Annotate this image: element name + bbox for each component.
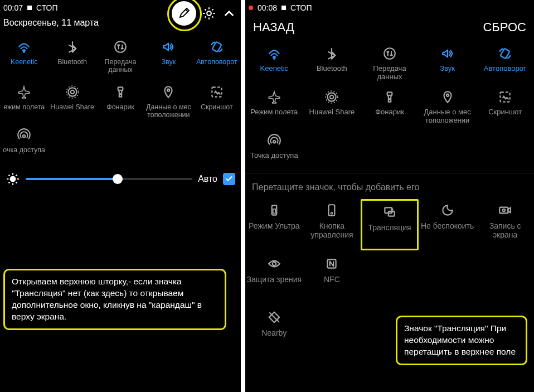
tile-rotate[interactable]: Автоповорот (476, 42, 534, 86)
tile-label: Автоповорот (196, 58, 237, 66)
available-tiles-row-1: Режим УльтраКнопка управленияТрансляцияН… (245, 197, 534, 250)
tile-label: Не беспокоить (421, 221, 474, 230)
tile-navbtn[interactable]: Кнопка управления (303, 199, 361, 250)
tile-ultra[interactable]: Режим Ультра (245, 199, 303, 250)
tile-label: Данные о мес тоположении (420, 108, 475, 125)
tile-cast[interactable]: Трансляция (361, 199, 419, 250)
airplane-icon (15, 84, 33, 100)
gear-icon[interactable] (202, 6, 216, 21)
location-icon (439, 89, 457, 105)
tile-share[interactable]: Huawei Share (48, 81, 96, 122)
tile-screenshot[interactable]: Скриншот (193, 81, 241, 122)
ultra-icon (265, 202, 283, 218)
nearby-icon (265, 309, 283, 325)
tile-label: Данные о мес тоположении (145, 103, 191, 119)
wifi-icon (15, 39, 33, 55)
tile-hotspot[interactable]: очка доступа (0, 124, 48, 164)
slider-thumb[interactable] (113, 174, 123, 184)
tile-label: Защита зрения (246, 275, 302, 284)
screenshot-icon (496, 89, 514, 105)
tile-torch[interactable]: Фонарик (361, 86, 419, 129)
tile-wifi[interactable]: Keenetic (245, 42, 303, 86)
tile-label: Скриншот (488, 108, 522, 117)
quick-settings-panel-left: 00:07 СТОП Воскресенье, 11 марта Keeneti… (0, 0, 241, 392)
dnd-icon (439, 202, 457, 218)
tile-location[interactable]: Данные о мес тоположении (419, 86, 477, 129)
status-bar: 00:08 СТОП (245, 0, 534, 16)
tile-label: Keenetic (11, 58, 38, 66)
navbtn-icon (323, 202, 341, 218)
quick-tiles-row-3: очка доступа (0, 124, 241, 164)
brightness-icon (6, 172, 20, 186)
tile-bluetooth[interactable]: Bluetooth (48, 36, 96, 76)
rotate-icon (208, 39, 226, 55)
tile-screenshot[interactable]: Скриншот (476, 86, 534, 129)
cast-icon (381, 204, 399, 220)
torch-icon (111, 84, 129, 100)
reset-button[interactable]: СБРОС (483, 20, 526, 35)
tile-label: NFC (324, 275, 340, 284)
stop-icon (27, 6, 32, 10)
nfc-icon (323, 256, 341, 272)
tile-label: Режим полета (250, 108, 298, 117)
tile-label: Фонарик (106, 103, 134, 111)
tile-bluetooth[interactable]: Bluetooth (303, 42, 361, 86)
tile-nfc[interactable]: NFC (303, 253, 361, 304)
available-tiles-row-2: Защита зренияNFC (245, 250, 534, 304)
data-icon (111, 39, 129, 55)
tile-rotate[interactable]: Автоповорот (193, 36, 241, 76)
tile-eye[interactable]: Защита зрения (245, 253, 303, 304)
brightness-slider[interactable] (26, 178, 192, 180)
tile-label: Точка доступа (250, 152, 298, 160)
tile-label: Кнопка управления (304, 221, 360, 239)
auto-brightness-checkbox[interactable] (223, 173, 235, 185)
tile-wifi[interactable]: Keenetic (0, 36, 48, 76)
tile-airplane[interactable]: Режим полета (245, 86, 303, 129)
tile-dnd[interactable]: Не беспокоить (419, 199, 477, 250)
tile-label: Режим Ультра (249, 221, 299, 230)
tile-location[interactable]: Данные о мес тоположении (144, 81, 192, 122)
active-tiles-row-2: Режим полетаHuawei ShareФонарикДанные о … (245, 86, 534, 129)
tile-airplane[interactable]: ежим полета (0, 81, 48, 122)
annotation-callout-left: Открываем верхнюю шторку,- если значка "… (3, 269, 226, 330)
share-icon (64, 84, 81, 100)
torch-icon (381, 89, 399, 105)
tile-share[interactable]: Huawei Share (303, 86, 361, 129)
wifi-icon (265, 46, 283, 61)
brightness-row: Авто (0, 164, 241, 194)
tile-label: Huawei Share (309, 108, 355, 117)
eye-icon (265, 256, 283, 272)
tile-record[interactable]: Запись с экрана (476, 199, 534, 250)
tile-sound[interactable]: Звук (419, 42, 477, 86)
tile-data[interactable]: Передача данных (361, 42, 419, 86)
editor-nav: НАЗАД СБРОС (245, 16, 534, 42)
tile-torch[interactable]: Фонарик (96, 81, 144, 122)
record-icon (496, 202, 514, 218)
sound-icon (159, 39, 177, 55)
active-tiles-row-1: KeeneticBluetoothПередача данныхЗвукАвто… (245, 42, 534, 86)
tile-nearby[interactable]: Nearby (245, 306, 303, 357)
back-button[interactable]: НАЗАД (253, 20, 294, 35)
airplane-icon (265, 89, 283, 105)
tile-label: Фонарик (375, 108, 404, 117)
active-tiles-row-3: Точка доступа (245, 129, 534, 173)
status-stop-label: СТОП (36, 3, 58, 12)
status-time: 00:08 (258, 3, 277, 12)
tile-label: ежим полета (3, 103, 45, 111)
bluetooth-icon (64, 39, 81, 55)
edit-tiles-button[interactable] (172, 1, 196, 26)
tile-label: Bluetooth (317, 65, 347, 73)
tile-data[interactable]: Передача данных (96, 36, 144, 76)
annotation-callout-right: Значок "Трансляция" При необходимости мо… (396, 316, 527, 365)
pencil-icon (177, 7, 191, 20)
tile-label: Запись с экрана (477, 221, 533, 239)
screenshot-icon (208, 84, 226, 100)
tile-label: Nearby (261, 328, 287, 337)
quick-settings-editor-panel: 00:08 СТОП НАЗАД СБРОС KeeneticBluetooth… (245, 0, 534, 392)
hotspot-icon (15, 127, 33, 143)
tile-hotspot[interactable]: Точка доступа (245, 129, 303, 173)
tile-sound[interactable]: Звук (144, 36, 192, 76)
auto-brightness-label: Авто (198, 174, 217, 184)
drag-instruction: Перетащите значок, чтобы добавить его (245, 173, 534, 197)
chevron-up-icon[interactable] (222, 6, 236, 21)
